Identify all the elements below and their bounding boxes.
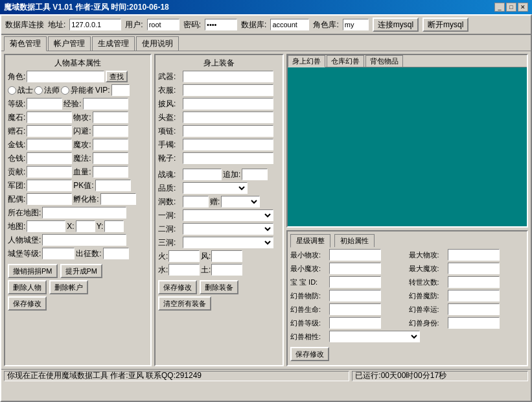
pet-magdef-input[interactable] [448,290,500,302]
wind-input[interactable] [211,250,242,262]
magicpower-input[interactable] [93,152,128,164]
pk-input[interactable] [95,180,131,191]
pet-hp-label: 幻兽生命: [290,305,328,314]
left-save-button[interactable]: 保存修改 [8,296,47,311]
soul-input[interactable] [183,169,222,180]
tab-mushroom[interactable]: 菊色管理 [4,36,47,51]
level-input[interactable] [27,98,62,110]
x-input[interactable] [76,220,95,232]
vip-input[interactable] [111,84,130,96]
pet-id-label: 宝 宝 ID: [290,278,328,287]
promote-pm-button[interactable]: 提升成PM [60,264,103,278]
army-input[interactable] [27,180,72,191]
max-mag-input[interactable] [448,263,500,274]
user-input[interactable] [147,19,179,30]
role-input[interactable] [343,19,369,30]
tab-help[interactable]: 使用说明 [136,36,179,51]
disconnect-button[interactable]: 断开mysql [422,18,468,32]
exp-input[interactable] [83,98,128,110]
tab-generate[interactable]: 生成管理 [92,36,135,51]
pet-tab-carry[interactable]: 身上幻兽 [288,55,325,67]
magicatk-input[interactable] [93,139,128,150]
earth-input[interactable] [211,264,242,276]
pet-tab-bag[interactable]: 背包物品 [365,55,403,67]
earth-label: 土: [201,265,210,276]
gem-input[interactable] [27,125,72,137]
star-tab[interactable]: 星级调整 [290,234,330,248]
storage-input[interactable] [27,152,72,164]
magicstone-input[interactable] [27,112,72,123]
add-input[interactable] [242,169,268,180]
pass-input[interactable] [205,19,237,30]
bracelet-input[interactable] [183,139,273,150]
x-label: X: [67,222,74,231]
hole3-select[interactable] [183,237,273,248]
pet-status-input[interactable] [448,317,500,329]
min-mag-input[interactable] [329,263,381,274]
transfer-label: 转世次数: [409,278,446,287]
role-input[interactable] [27,71,104,82]
pet-tab-storage[interactable]: 仓库幻兽 [327,55,364,67]
star-save-button[interactable]: 保存修改 [290,347,329,361]
mid-save-button[interactable]: 保存修改 [158,280,197,294]
weapon-input[interactable] [183,71,273,82]
mage-radio[interactable] [34,86,43,95]
hole2-select[interactable] [183,223,273,235]
helm-input[interactable] [183,112,273,123]
delete-char-button[interactable]: 删除人物 [8,280,47,294]
physatk-input[interactable] [93,112,128,123]
pet-aff-select[interactable] [329,331,420,342]
cloth-input[interactable] [183,84,273,96]
minimize-button[interactable]: _ [494,3,505,12]
delete-equip-button[interactable]: 删除装备 [200,280,238,294]
initial-attr-tab[interactable]: 初始属性 [334,234,375,247]
water-input[interactable] [168,264,200,276]
y-input[interactable] [104,220,124,232]
warrior-radio[interactable] [8,86,16,95]
neck-input[interactable] [183,125,273,137]
honor-input[interactable] [27,166,72,178]
gold-input[interactable] [27,139,72,150]
transfer-input[interactable] [448,276,500,288]
pet-lv-input[interactable] [329,317,381,329]
min-phys-input[interactable] [329,249,381,261]
flash-input[interactable] [93,125,128,137]
pet-def-input[interactable] [329,290,381,302]
expedition-input[interactable] [103,248,129,259]
mate-input[interactable] [27,193,72,205]
close-button[interactable]: ✕ [518,3,528,12]
hatch-input[interactable] [100,193,136,205]
status-left: 你现在正在使用魔域数据工具 作者:亚风 联系QQ:291249 [4,371,349,381]
db-input[interactable] [270,19,309,30]
map-input[interactable] [27,220,65,232]
esper-radio[interactable] [61,86,69,95]
star-panel: 星级调整 初始属性 最小物攻: 最大物攻: 最小魔攻: [286,230,528,366]
max-phys-input[interactable] [448,249,500,261]
pet-luck-input[interactable] [448,303,500,315]
addr-input[interactable] [69,19,121,30]
boot-input[interactable] [183,152,273,164]
exp-label: 经验: [64,99,81,110]
cape-input[interactable] [183,98,273,110]
tab-account[interactable]: 帐户管理 [48,36,91,51]
hp-input[interactable] [93,166,128,178]
gift-select[interactable] [221,196,260,207]
find-button[interactable]: 查找 [106,71,128,82]
quality-select[interactable] [183,182,248,194]
maximize-button[interactable]: □ [506,3,516,12]
fire-input[interactable] [168,250,200,262]
magicstone-label: 魔石: [8,112,25,123]
hole1-select[interactable] [183,209,273,221]
delete-account-button[interactable]: 删除帐户 [49,280,88,294]
holes-input[interactable] [183,196,209,207]
pet-hp-input[interactable] [329,303,381,315]
soul-label: 战魂: [158,169,181,180]
citylv-input[interactable] [42,248,75,259]
revoke-pm-button[interactable]: 撤销捐捐PM [8,264,58,278]
connect-button[interactable]: 连接mysql [373,18,419,32]
pet-id-input[interactable] [329,276,381,288]
currentmap-input[interactable] [42,207,126,219]
weapon-label: 武器: [158,71,181,82]
clear-equip-button[interactable]: 清空所有装备 [158,296,211,311]
city-input[interactable] [42,234,126,246]
